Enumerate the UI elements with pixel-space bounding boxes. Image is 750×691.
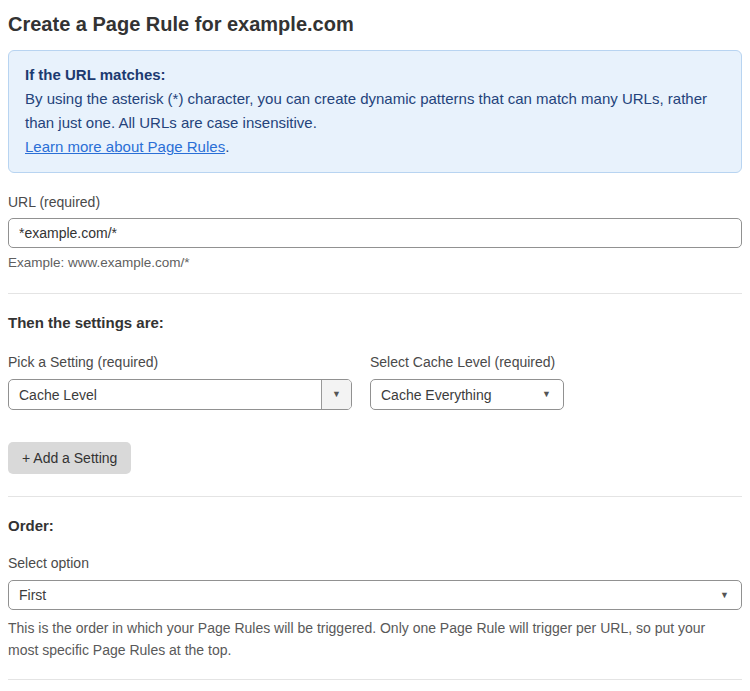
url-field-label: URL (required) <box>8 193 742 211</box>
pick-setting-arrow-section[interactable]: ▼ <box>321 380 351 409</box>
chevron-down-icon: ▼ <box>332 390 341 399</box>
order-select-arrow: ▼ <box>714 591 741 600</box>
order-selected-value: First <box>9 587 714 603</box>
cache-level-arrow: ▼ <box>536 390 563 399</box>
cache-level-selected-value: Cache Everything <box>371 387 536 403</box>
cache-level-select[interactable]: Cache Everything ▼ <box>370 379 564 410</box>
divider <box>8 293 742 294</box>
chevron-down-icon: ▼ <box>720 591 729 600</box>
learn-more-link[interactable]: Learn more about Page Rules <box>25 138 225 155</box>
cache-level-label: Select Cache Level (required) <box>370 353 564 371</box>
pick-setting-column: Pick a Setting (required) Cache Level ▼ <box>8 353 352 410</box>
page-title: Create a Page Rule for example.com <box>8 10 742 38</box>
chevron-down-icon: ▼ <box>542 390 551 399</box>
add-setting-button[interactable]: + Add a Setting <box>8 442 131 474</box>
url-match-info-box: If the URL matches: By using the asteris… <box>8 50 742 173</box>
info-box-heading: If the URL matches: <box>25 63 725 87</box>
pick-setting-select[interactable]: Cache Level ▼ <box>8 379 352 410</box>
divider <box>8 496 742 497</box>
order-section-heading: Order: <box>8 517 742 534</box>
order-select[interactable]: First ▼ <box>8 580 742 610</box>
order-helper-text: This is the order in which your Page Rul… <box>8 617 728 661</box>
url-input[interactable] <box>8 218 742 248</box>
order-select-label: Select option <box>8 554 742 572</box>
info-box-body: By using the asterisk (*) character, you… <box>25 87 725 135</box>
divider <box>8 679 742 680</box>
link-suffix: . <box>225 138 229 155</box>
cache-level-column: Select Cache Level (required) Cache Ever… <box>370 353 564 410</box>
url-helper-text: Example: www.example.com/* <box>8 254 742 271</box>
info-box-link-line: Learn more about Page Rules. <box>25 135 725 159</box>
pick-setting-label: Pick a Setting (required) <box>8 353 352 371</box>
settings-row: Pick a Setting (required) Cache Level ▼ … <box>8 353 742 410</box>
settings-section-heading: Then the settings are: <box>8 314 742 331</box>
pick-setting-selected-value: Cache Level <box>9 387 321 403</box>
